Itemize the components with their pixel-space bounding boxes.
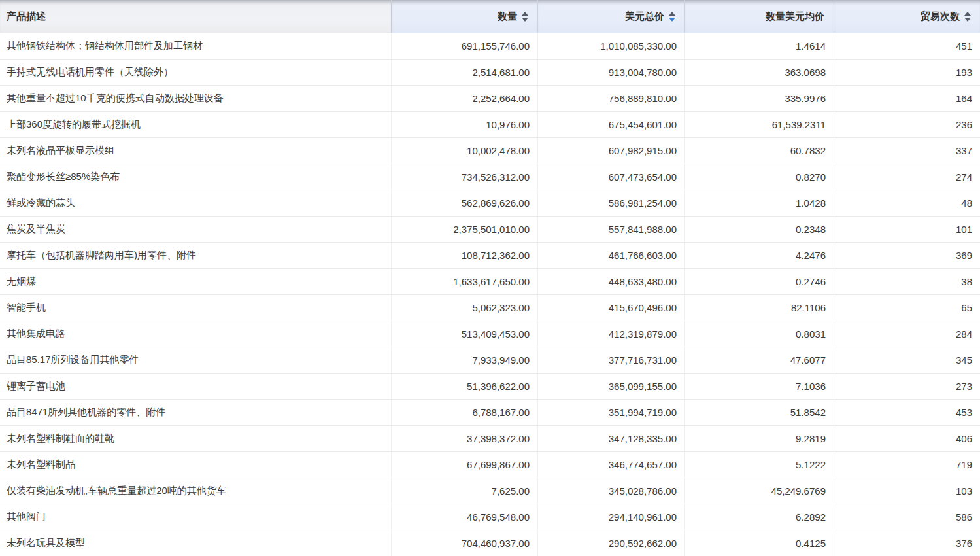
cell-usd: 448,633,480.00 [537, 269, 684, 295]
cell-qty: 6,788,167.00 [391, 400, 537, 426]
cell-desc: 聚酯变形长丝≥85%染色布 [0, 164, 391, 190]
cell-desc: 未列名塑料制品 [0, 452, 391, 478]
cell-usd: 1,010,085,330.00 [537, 33, 684, 60]
cell-desc: 摩托车（包括机器脚踏两用车)用零件、附件 [0, 243, 391, 269]
cell-qty: 51,396,622.00 [391, 374, 537, 400]
cell-count: 236 [834, 112, 980, 138]
table-row: 智能手机5,062,323.00415,670,496.0082.110665 [0, 295, 980, 321]
column-label: 数量 [498, 10, 517, 23]
cell-qty: 2,252,664.00 [391, 86, 537, 112]
table-row: 未列名塑料制品67,699,867.00346,774,657.005.1222… [0, 452, 980, 478]
column-label: 美元总价 [625, 10, 664, 23]
cell-desc: 仅装有柴油发动机,车辆总重量超过20吨的其他货车 [0, 478, 391, 504]
cell-desc: 鲜或冷藏的蒜头 [0, 190, 391, 217]
cell-count: 376 [834, 530, 980, 556]
trade-products-table: 产品描述 数量 美元总价 数量美元均价 [0, 0, 980, 556]
cell-usd: 756,889,810.00 [537, 86, 684, 112]
cell-count: 719 [834, 452, 980, 478]
cell-usd: 365,099,155.00 [537, 374, 684, 400]
column-label: 数量美元均价 [766, 10, 824, 23]
column-header-trade-count[interactable]: 贸易次数 [834, 0, 980, 33]
cell-usd: 675,454,601.00 [537, 112, 684, 138]
cell-avg: 45,249.6769 [684, 478, 834, 504]
cell-desc: 未列名塑料制鞋面的鞋靴 [0, 426, 391, 452]
cell-usd: 607,473,654.00 [537, 164, 684, 190]
sort-icon[interactable] [522, 12, 528, 22]
cell-usd: 607,982,915.00 [537, 138, 684, 164]
cell-desc: 未列名液晶平板显示模组 [0, 138, 391, 164]
sort-icon[interactable] [669, 12, 675, 22]
table-row: 品目8471所列其他机器的零件、附件6,788,167.00351,994,71… [0, 400, 980, 426]
cell-count: 65 [834, 295, 980, 321]
cell-qty: 513,409,453.00 [391, 321, 537, 347]
cell-avg: 0.2348 [684, 217, 834, 243]
cell-avg: 1.4614 [684, 33, 834, 60]
sort-icon[interactable] [964, 12, 971, 22]
cell-count: 337 [834, 138, 980, 164]
cell-desc: 上部360度旋转的履带式挖掘机 [0, 112, 391, 138]
column-header-quantity[interactable]: 数量 [391, 0, 537, 33]
cell-qty: 37,398,372.00 [391, 426, 537, 452]
table-row: 其他阀门46,769,548.00294,140,961.006.2892586 [0, 504, 980, 530]
table-row: 其他重量不超过10千克的便携式自动数据处理设备2,252,664.00756,8… [0, 86, 980, 112]
cell-count: 284 [834, 321, 980, 347]
column-label: 贸易次数 [921, 10, 960, 23]
cell-avg: 60.7832 [684, 138, 834, 164]
cell-qty: 2,514,681.00 [391, 60, 537, 86]
cell-qty: 108,712,362.00 [391, 243, 537, 269]
cell-count: 345 [834, 347, 980, 374]
table-row: 其他钢铁结构体；钢结构体用部件及加工钢材691,155,746.001,010,… [0, 33, 980, 60]
cell-usd: 415,670,496.00 [537, 295, 684, 321]
cell-usd: 586,981,254.00 [537, 190, 684, 217]
cell-avg: 4.2476 [684, 243, 834, 269]
cell-usd: 345,028,786.00 [537, 478, 684, 504]
cell-qty: 10,002,478.00 [391, 138, 537, 164]
cell-desc: 焦炭及半焦炭 [0, 217, 391, 243]
cell-avg: 51.8542 [684, 400, 834, 426]
cell-usd: 412,319,879.00 [537, 321, 684, 347]
cell-avg: 363.0698 [684, 60, 834, 86]
table-row: 未列名玩具及模型704,460,937.00290,592,662.000.41… [0, 530, 980, 556]
cell-avg: 47.6077 [684, 347, 834, 374]
cell-avg: 9.2819 [684, 426, 834, 452]
cell-qty: 46,769,548.00 [391, 504, 537, 530]
table-body: 其他钢铁结构体；钢结构体用部件及加工钢材691,155,746.001,010,… [0, 33, 980, 556]
cell-desc: 智能手机 [0, 295, 391, 321]
cell-avg: 1.0428 [684, 190, 834, 217]
cell-usd: 913,004,780.00 [537, 60, 684, 86]
cell-qty: 704,460,937.00 [391, 530, 537, 556]
column-header-usd-total[interactable]: 美元总价 [537, 0, 684, 33]
cell-avg: 0.2746 [684, 269, 834, 295]
table-row: 品目85.17所列设备用其他零件7,933,949.00377,716,731.… [0, 347, 980, 374]
cell-qty: 7,933,949.00 [391, 347, 537, 374]
cell-desc: 锂离子蓄电池 [0, 374, 391, 400]
cell-avg: 7.1036 [684, 374, 834, 400]
cell-count: 586 [834, 504, 980, 530]
table-row: 仅装有柴油发动机,车辆总重量超过20吨的其他货车7,625.00345,028,… [0, 478, 980, 504]
cell-desc: 其他集成电路 [0, 321, 391, 347]
table-row: 未列名塑料制鞋面的鞋靴37,398,372.00347,128,335.009.… [0, 426, 980, 452]
cell-qty: 734,526,312.00 [391, 164, 537, 190]
table-row: 锂离子蓄电池51,396,622.00365,099,155.007.10362… [0, 374, 980, 400]
column-label: 产品描述 [7, 10, 46, 22]
cell-avg: 335.9976 [684, 86, 834, 112]
cell-qty: 67,699,867.00 [391, 452, 537, 478]
cell-usd: 347,128,335.00 [537, 426, 684, 452]
cell-avg: 0.8031 [684, 321, 834, 347]
cell-desc: 未列名玩具及模型 [0, 530, 391, 556]
cell-desc: 其他重量不超过10千克的便携式自动数据处理设备 [0, 86, 391, 112]
cell-usd: 461,766,603.00 [537, 243, 684, 269]
cell-avg: 5.1222 [684, 452, 834, 478]
cell-count: 164 [834, 86, 980, 112]
cell-usd: 290,592,662.00 [537, 530, 684, 556]
cell-avg: 0.8270 [684, 164, 834, 190]
table-header-row: 产品描述 数量 美元总价 数量美元均价 [0, 0, 980, 33]
cell-count: 453 [834, 400, 980, 426]
cell-count: 451 [834, 33, 980, 60]
cell-avg: 0.4125 [684, 530, 834, 556]
table-row: 无烟煤1,633,617,650.00448,633,480.000.27463… [0, 269, 980, 295]
table-row: 未列名液晶平板显示模组10,002,478.00607,982,915.0060… [0, 138, 980, 164]
cell-usd: 557,841,988.00 [537, 217, 684, 243]
table-row: 鲜或冷藏的蒜头562,869,626.00586,981,254.001.042… [0, 190, 980, 217]
column-header-product-description: 产品描述 [0, 0, 391, 33]
